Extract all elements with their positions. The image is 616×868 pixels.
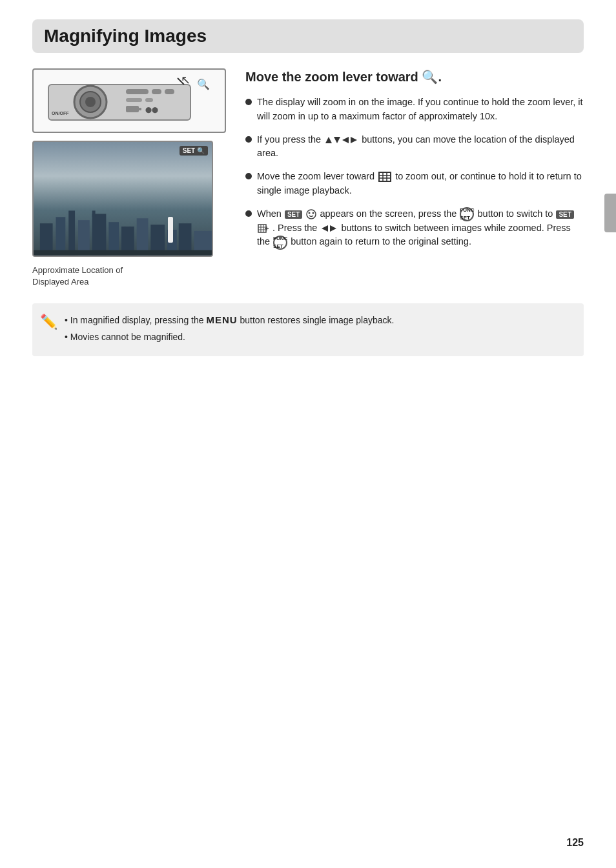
svg-text:↖: ↖	[181, 75, 190, 86]
section-heading: Move the zoom lever toward 🔍.	[245, 68, 584, 85]
photo-caption: Approximate Location of Displayed Area	[32, 265, 226, 288]
svg-rect-8	[126, 98, 142, 102]
bullet-text-2: If you press the buttons, you can move t…	[257, 133, 584, 161]
grid-plus-icon	[258, 224, 269, 233]
bullet-text-3: Move the zoom lever toward to zoom out, …	[257, 170, 584, 198]
svg-marker-49	[322, 225, 328, 232]
svg-text:ON/OFF: ON/OFF	[52, 111, 69, 116]
bullet-text-4: When SET appears on the screen, press th…	[257, 207, 584, 250]
set-badge: SET 🔍	[180, 146, 208, 156]
func-set-btn-1: FUNCSET	[460, 207, 474, 221]
svg-marker-31	[334, 137, 340, 143]
content-columns: ON/OFF ⬤⬤ ↖ 🔍	[32, 68, 584, 290]
lr-arrows	[321, 225, 337, 232]
bullet-dot	[245, 210, 252, 217]
right-column: Move the zoom lever toward 🔍. The displa…	[245, 68, 584, 259]
camera-illustration: ON/OFF ⬤⬤ ↖ 🔍	[42, 75, 216, 126]
svg-point-40	[309, 212, 311, 214]
page-container: Magnifying Images ON/OFF	[0, 0, 616, 868]
face-icon	[306, 209, 316, 219]
page-title: Magnifying Images	[32, 19, 584, 53]
svg-marker-30	[325, 137, 332, 143]
svg-marker-33	[351, 137, 357, 143]
svg-rect-9	[145, 98, 153, 102]
svg-rect-6	[152, 89, 161, 94]
svg-rect-19	[78, 220, 90, 255]
bullet-dot	[245, 173, 252, 179]
svg-marker-32	[342, 137, 349, 143]
svg-rect-5	[126, 89, 149, 94]
note-icon: ✏️	[40, 311, 57, 333]
svg-rect-29	[34, 250, 212, 256]
buildings-svg	[34, 204, 212, 256]
svg-rect-11	[139, 108, 141, 110]
svg-text:🔍: 🔍	[197, 78, 210, 90]
right-tab	[604, 194, 616, 232]
svg-rect-34	[379, 172, 391, 181]
svg-rect-17	[56, 217, 66, 255]
grid-icon	[378, 172, 391, 182]
func-set-btn-2: FUNCSET	[273, 236, 287, 250]
svg-rect-21	[92, 210, 96, 217]
svg-text:⬤⬤: ⬤⬤	[145, 106, 158, 114]
svg-rect-18	[68, 210, 75, 255]
list-item: The display will zoom in on the image. I…	[245, 96, 584, 124]
svg-rect-7	[165, 89, 174, 94]
set-badge-inline: SET	[285, 210, 302, 219]
svg-marker-50	[330, 225, 336, 232]
bullet-list: The display will zoom in on the image. I…	[245, 96, 584, 250]
bullet-dot	[245, 99, 252, 105]
page-number: 125	[566, 837, 584, 849]
note-item-2: • Movies cannot be magnified.	[65, 330, 573, 345]
left-column: ON/OFF ⬤⬤ ↖ 🔍	[32, 68, 226, 290]
list-item: When SET appears on the screen, press th…	[245, 207, 584, 250]
bullet-text-1: The display will zoom in on the image. I…	[257, 96, 584, 124]
svg-point-41	[313, 212, 314, 214]
note-box: ✏️ • In magnified display, pressing the …	[32, 303, 584, 356]
svg-point-3	[85, 97, 96, 107]
bullet-dot	[245, 136, 252, 143]
note-item-1: • In magnified display, pressing the MEN…	[65, 312, 573, 328]
list-item: Move the zoom lever toward to zoom out, …	[245, 170, 584, 198]
photo-image: SET 🔍	[32, 141, 213, 257]
arrow-keys	[325, 136, 358, 144]
svg-rect-10	[126, 106, 139, 112]
set-badge-inline-2: SET	[556, 210, 573, 219]
svg-point-39	[307, 210, 316, 219]
photo-cursor	[168, 217, 173, 243]
svg-rect-20	[92, 214, 107, 255]
camera-diagram: ON/OFF ⬤⬤ ↖ 🔍	[32, 68, 226, 133]
list-item: If you press the buttons, you can move t…	[245, 133, 584, 161]
svg-rect-24	[137, 218, 149, 255]
menu-label: MENU	[206, 314, 237, 325]
